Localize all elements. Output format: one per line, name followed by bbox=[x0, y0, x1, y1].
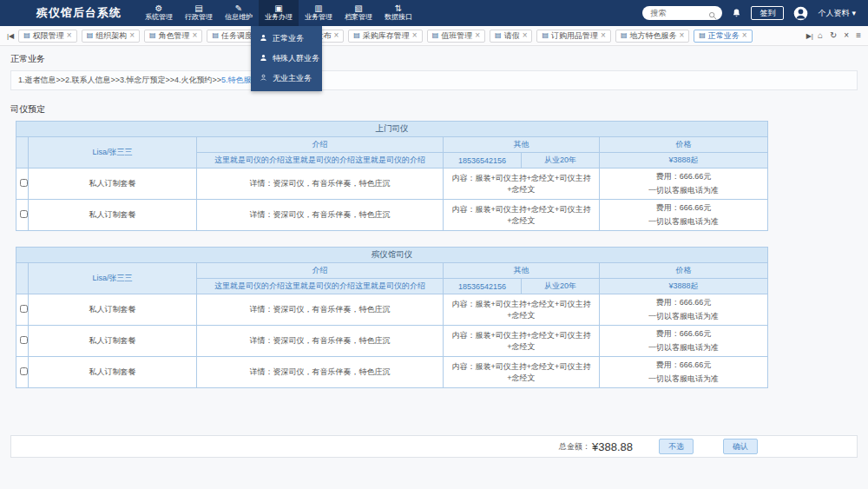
tab-scroll-left-icon[interactable]: |◀ bbox=[7, 32, 14, 40]
tab-label: 组织架构 bbox=[95, 30, 127, 42]
menu-item-business-handle[interactable]: ▣ 业务办理 bbox=[259, 0, 299, 26]
tab-item[interactable]: ▤ 地方特色服务 × bbox=[615, 30, 689, 43]
menu-item-label: 信息维护 bbox=[225, 14, 253, 22]
menu-item-label: 数据接口 bbox=[385, 14, 412, 22]
tab-label: 值班管理 bbox=[441, 30, 472, 42]
table-band-title: 上门司仪 bbox=[16, 122, 768, 137]
tab-item[interactable]: ▤ 采购库存管理 × bbox=[348, 30, 422, 43]
tab-item-active[interactable]: ▤ 正常业务 × bbox=[694, 30, 752, 43]
table-row: 私人订制套餐 详情：资深司仪，有音乐伴奏，特色庄沉 内容：服装+司仪主持+念经文… bbox=[16, 294, 768, 326]
tab-item[interactable]: ▤ 值班管理 × bbox=[427, 30, 485, 43]
officiant-phone: 18536542156 bbox=[444, 279, 522, 294]
tab-icon: ▤ bbox=[23, 32, 30, 39]
menu-item-business-manage[interactable]: ▥ 业务管理 bbox=[299, 0, 339, 26]
package-fee: 费用：666.66元 一切以客服电话为准 bbox=[600, 200, 768, 231]
menu-item-info-maintain[interactable]: ✎ 信息维护 bbox=[219, 0, 259, 26]
avatar[interactable] bbox=[793, 6, 808, 21]
package-checkbox[interactable] bbox=[20, 305, 28, 313]
menu-item-data-interface[interactable]: ⇅ 数据接口 bbox=[378, 0, 418, 26]
menu-item-archive-manage[interactable]: ▧ 档案管理 bbox=[339, 0, 378, 26]
notification-bell-icon[interactable] bbox=[732, 8, 741, 18]
package-detail: 详情：资深司仪，有音乐伴奏，特色庄沉 bbox=[197, 326, 444, 357]
tab-close-icon[interactable]: × bbox=[601, 31, 606, 40]
other-header: 其他 bbox=[444, 137, 600, 153]
officiant-intro: 这里就是司仪的介绍这里就是司仪的介绍这里就是司仪的介绍 bbox=[197, 279, 444, 294]
menu-item-label: 业务管理 bbox=[305, 14, 332, 22]
table-band-title: 殡仪馆司仪 bbox=[16, 248, 768, 263]
package-fee: 费用：666.66元 一切以客服电话为准 bbox=[600, 326, 768, 357]
tab-icon: ▤ bbox=[353, 32, 360, 39]
package-name: 私人订制套餐 bbox=[29, 357, 197, 388]
dropdown-item-label: 正常业务 bbox=[273, 33, 304, 44]
tab-close-icon[interactable]: × bbox=[679, 31, 684, 40]
tab-label: 订购用品管理 bbox=[551, 30, 598, 42]
dropdown-item-normal-business[interactable]: 正常业务 bbox=[251, 29, 322, 49]
tab-close-icon[interactable]: × bbox=[523, 31, 528, 40]
chevron-down-icon: ▾ bbox=[852, 9, 856, 17]
tab-icon: ▤ bbox=[495, 32, 502, 39]
package-checkbox[interactable] bbox=[20, 210, 28, 218]
package-name: 私人订制套餐 bbox=[29, 294, 197, 326]
package-content: 内容：服装+司仪主持+念经文+司仪主持+念经文 bbox=[444, 326, 600, 357]
data-interface-icon: ⇅ bbox=[395, 4, 402, 13]
system-manage-icon: ⚙ bbox=[155, 4, 163, 13]
officiant-intro: 这里就是司仪的介绍这里就是司仪的介绍这里就是司仪的介绍 bbox=[197, 153, 444, 169]
tab-close-icon[interactable]: × bbox=[67, 31, 72, 40]
price-header: 价格 bbox=[600, 137, 768, 153]
tab-close-icon[interactable]: × bbox=[742, 31, 747, 40]
checkin-button[interactable]: 签到 bbox=[751, 6, 784, 21]
dropdown-item-special-group-business[interactable]: 特殊人群业务 bbox=[251, 49, 322, 69]
top-menu: ⚙ 系统管理 ▤ 行政管理 ✎ 信息维护 ▣ 业务办理 ▥ 业务管理 ▧ 档案管… bbox=[139, 0, 418, 26]
menu-item-system-manage[interactable]: ⚙ 系统管理 bbox=[139, 0, 179, 26]
tab-item[interactable]: ▤ 订购用品管理 × bbox=[536, 30, 610, 43]
profile-menu[interactable]: 个人资料 ▾ bbox=[818, 8, 856, 19]
tab-item[interactable]: ▤ 权限管理 × bbox=[18, 30, 76, 43]
tab-close-icon[interactable]: × bbox=[475, 31, 480, 40]
tab-scroll-right-icon[interactable]: ▶| bbox=[806, 32, 813, 40]
table-row: 私人订制套餐 详情：资深司仪，有音乐伴奏，特色庄沉 内容：服装+司仪主持+念经文… bbox=[16, 326, 768, 357]
skip-button[interactable]: 不选 bbox=[659, 439, 694, 455]
package-detail: 详情：资深司仪，有音乐伴奏，特色庄沉 bbox=[197, 169, 444, 200]
tab-label: 请假 bbox=[504, 30, 520, 42]
package-checkbox[interactable] bbox=[20, 179, 28, 187]
package-checkbox[interactable] bbox=[20, 336, 28, 344]
confirm-button[interactable]: 确认 bbox=[723, 439, 758, 455]
search-icon[interactable] bbox=[708, 9, 717, 23]
package-name: 私人订制套餐 bbox=[29, 326, 197, 357]
package-content: 内容：服装+司仪主持+念经文+司仪主持+念经文 bbox=[444, 169, 600, 200]
tab-item[interactable]: ▤ 组织架构 × bbox=[82, 30, 140, 43]
tab-menu-icon[interactable]: ≡ bbox=[856, 31, 861, 40]
tab-close-icon[interactable]: × bbox=[193, 31, 198, 40]
tab-close-icon[interactable]: × bbox=[129, 31, 135, 40]
price-header: 价格 bbox=[600, 263, 768, 279]
tab-icon: ▤ bbox=[149, 32, 156, 39]
dropdown-item-no-owner-business[interactable]: 无业主业务 bbox=[251, 69, 322, 89]
tab-icon: ▤ bbox=[542, 32, 549, 39]
officiant-price-from: ¥3888起 bbox=[600, 279, 768, 294]
business-handle-icon: ▣ bbox=[274, 4, 282, 13]
close-all-tabs-icon[interactable]: × bbox=[844, 31, 849, 40]
package-content: 内容：服装+司仪主持+念经文+司仪主持+念经文 bbox=[444, 294, 600, 326]
table-row: 私人订制套餐 详情：资深司仪，有音乐伴奏，特色庄沉 内容：服装+司仪主持+念经文… bbox=[16, 200, 768, 231]
users-icon bbox=[260, 54, 267, 63]
officiant-price-from: ¥3888起 bbox=[600, 153, 768, 169]
page-title: 正常业务 bbox=[0, 46, 868, 65]
package-fee: 费用：666.66元 一切以客服电话为准 bbox=[600, 169, 768, 200]
package-checkbox[interactable] bbox=[20, 367, 28, 375]
tab-close-icon[interactable]: × bbox=[333, 31, 339, 40]
steps-done: 1.逝者信息>>2.联系人信息>>3.悼念厅预定>>4.火化预约>> bbox=[18, 76, 221, 84]
steps-indicator: 1.逝者信息>>2.联系人信息>>3.悼念厅预定>>4.火化预约>>5.特色服务 bbox=[10, 70, 858, 90]
officiant-name: Lisa/张三三 bbox=[29, 263, 197, 294]
dropdown-item-label: 特殊人群业务 bbox=[273, 53, 319, 64]
tab-label: 正常业务 bbox=[708, 30, 740, 42]
officiant-name: Lisa/张三三 bbox=[29, 137, 197, 169]
tab-close-icon[interactable]: × bbox=[412, 31, 418, 40]
tab-bar-controls: ⌂ ↻ × ≡ bbox=[818, 31, 861, 40]
home-icon[interactable]: ⌂ bbox=[818, 31, 823, 40]
menu-item-administration[interactable]: ▤ 行政管理 bbox=[179, 0, 219, 26]
administration-icon: ▤ bbox=[194, 4, 202, 13]
tab-item[interactable]: ▤ 角色管理 × bbox=[144, 30, 202, 43]
refresh-icon[interactable]: ↻ bbox=[830, 31, 837, 40]
menu-item-label: 行政管理 bbox=[185, 14, 213, 22]
tab-item[interactable]: ▤ 请假 × bbox=[490, 30, 532, 43]
